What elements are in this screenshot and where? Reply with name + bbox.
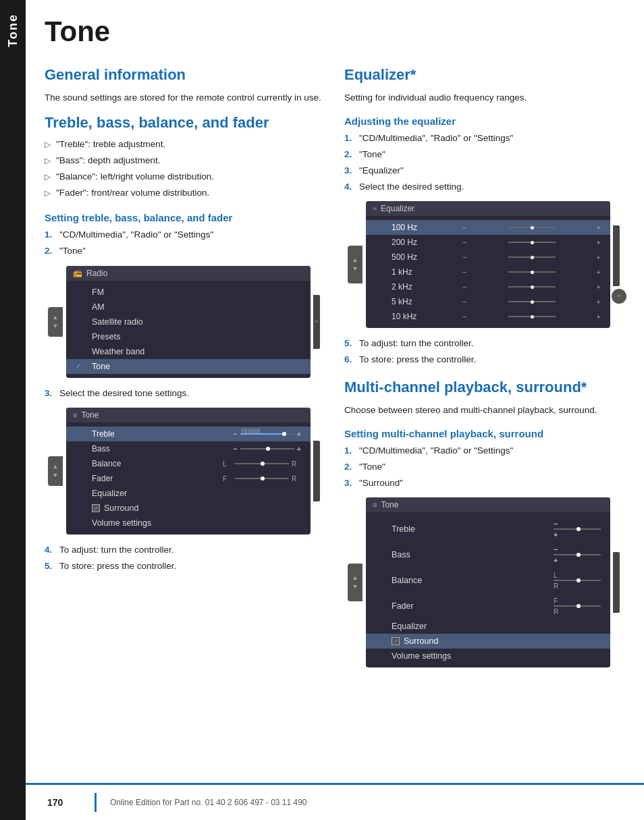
treble-row: Treble − |||||||||||| +	[66, 427, 311, 441]
surround-tone-screen-container: ▲ ▼ ≡ Tone Treble	[344, 497, 622, 667]
plus-icon: +	[597, 223, 601, 231]
arrow-down-icon: ▼	[352, 266, 358, 272]
arrow-up-icon: ▲	[53, 315, 59, 321]
minus-icon: −	[554, 545, 558, 553]
eq-500hz-row: 500 Hz − +	[366, 250, 610, 265]
surr-checkbox-row: ✓ Surround	[392, 636, 438, 646]
f-label: F	[223, 475, 232, 483]
general-info-heading: General information	[45, 66, 323, 84]
surr-balance-label: Balance	[392, 576, 422, 585]
checkmark-icon: ✓	[94, 505, 99, 512]
f-label-2: F	[554, 597, 558, 605]
bullet-arrow: ▷	[45, 155, 51, 167]
balance-dot	[261, 462, 265, 466]
khz-1-label: 1 kHz	[392, 267, 425, 277]
list-item: 1. "CD/Multimedia", "Radio" or "Settings…	[45, 229, 323, 242]
treble-dot	[282, 432, 286, 436]
surr-balance-slider: L R	[554, 570, 601, 591]
eq-2k-track	[508, 286, 556, 288]
surr-treble-track	[554, 528, 601, 530]
surr-fader-row: Fader F R	[366, 593, 610, 619]
treble-label: Treble	[92, 429, 233, 439]
surround-row: ✓ Surround	[66, 501, 311, 516]
eq-500-dot	[531, 256, 534, 259]
eq-5k-track	[508, 301, 556, 302]
bass-dot	[266, 447, 270, 451]
surr-balance-dot	[576, 578, 581, 582]
tone-screen: ≡ Tone Treble −	[66, 408, 311, 535]
hz-500-label: 500 Hz	[392, 252, 425, 262]
screen-right-edge: ≡	[311, 295, 323, 349]
page-wrapper: Tone Tone General information The sound …	[0, 0, 644, 820]
side-tab: Tone	[0, 0, 26, 820]
surr-bass-row: Bass − +	[366, 542, 610, 568]
arrow-up-icon: ▲	[352, 575, 358, 581]
surround-checkbox: ✓	[92, 504, 100, 512]
list-item: ▷ "Treble": treble adjustment.	[45, 138, 323, 151]
steps-list-3: 4. To adjust: turn the controller. 5. To…	[45, 544, 323, 573]
eq-screen-body: 100 Hz − + 200 Hz −	[366, 216, 610, 328]
fader-track	[235, 478, 289, 479]
list-item: 4. Select the desired setting.	[344, 181, 622, 194]
eq-steps-list-1: 1. "CD/Multimedia", "Radio" or "Settings…	[344, 132, 622, 194]
tone-screen-header: ≡ Tone	[66, 408, 311, 422]
surr-checkbox: ✓	[392, 637, 400, 645]
fader-slider: F R	[223, 475, 301, 483]
surr-fader-dot	[576, 604, 581, 608]
r-label: R	[292, 460, 301, 468]
two-col: General information The sound settings a…	[45, 66, 622, 780]
screen-header: 📻 Radio	[66, 266, 311, 281]
equalizer-heading: Equalizer*	[344, 66, 622, 84]
multichannel-heading: Multi-channel playback, surround*	[344, 379, 622, 396]
page-number: 170	[47, 797, 81, 808]
surr-fader-track	[554, 605, 601, 607]
khz-2-label: 2 kHz	[392, 282, 425, 292]
arrow-down-icon: ▼	[53, 323, 59, 329]
tone-icon-2: ≡	[373, 501, 377, 509]
hz-200-label: 200 Hz	[392, 238, 425, 247]
equalizer-row: Equalizer	[66, 486, 311, 501]
minus-icon: −	[233, 430, 237, 438]
tone-icon: ≡	[73, 411, 77, 419]
page-footer: 170 Online Edition for Part no. 01 40 2 …	[26, 783, 644, 820]
eq-100-track	[508, 227, 556, 228]
list-item: 2. "Tone"	[344, 461, 622, 474]
eq-right-area: +	[610, 225, 622, 304]
plus-icon: +	[297, 445, 301, 453]
arrow-down-icon: ▼	[53, 472, 59, 479]
minus-icon: −	[462, 223, 466, 231]
eq-screen-container: ▲ ▼ ≈ Equalizer 100 Hz	[344, 201, 622, 328]
eq-200-track	[508, 242, 556, 243]
eq-2khz-row: 2 kHz − +	[366, 279, 610, 294]
surr-fader-label: Fader	[392, 601, 414, 611]
minus-icon: −	[462, 298, 466, 306]
bullet-arrow: ▷	[45, 139, 51, 151]
surround-steps-list: 1. "CD/Multimedia", "Radio" or "Settings…	[344, 445, 622, 490]
bass-row: Bass − +	[66, 441, 311, 456]
controller-left-4: ▲ ▼	[344, 564, 366, 601]
plus-icon: +	[597, 298, 601, 306]
radio-icon: 📻	[73, 269, 82, 277]
general-info-text: The sound settings are stored for the re…	[45, 91, 323, 105]
fader-row: Fader F R	[66, 471, 311, 486]
radio-screen-container: ▲ ▼ 📻 Radio FM AM Satellite radio	[45, 266, 323, 378]
plus-icon: +	[597, 238, 601, 246]
equalizer-text: Setting for individual audio frequency r…	[344, 91, 622, 105]
r-label-4: R	[554, 608, 558, 616]
screen-row: Presets	[66, 329, 311, 344]
surr-treble-slider: − +	[554, 519, 601, 539]
surr-treble-label: Treble	[392, 524, 415, 534]
surr-treble-dot	[576, 527, 581, 531]
khz-10-label: 10 kHz	[392, 312, 425, 321]
adjusting-eq-heading: Adjusting the equalizer	[344, 115, 622, 127]
eq-steps-list-2: 5. To adjust: turn the controller. 6. To…	[344, 337, 622, 366]
surround-tone-body: Treble − + Bass	[366, 512, 610, 667]
eq-10k-dot	[531, 315, 534, 319]
list-item: 5. To adjust: turn the controller.	[344, 337, 622, 350]
screen-row: AM	[66, 300, 311, 315]
minus-icon: −	[233, 445, 237, 453]
list-item: ▷ "Bass": depth adjustment.	[45, 155, 323, 167]
side-tab-label: Tone	[6, 13, 20, 47]
eq-2k-dot	[531, 285, 534, 289]
eq-100hz-row: 100 Hz − +	[366, 220, 610, 235]
